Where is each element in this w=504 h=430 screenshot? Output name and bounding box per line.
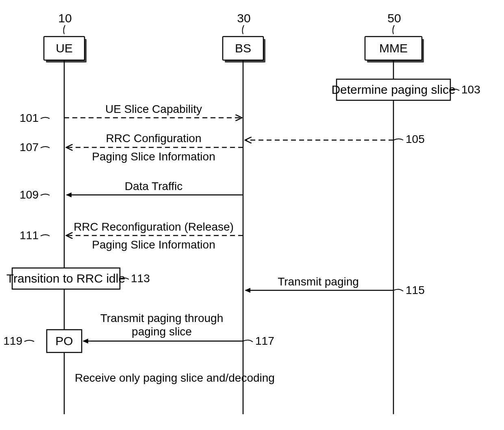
msg-109-text: Data Traffic <box>125 180 183 192</box>
msg-107-ref: 107 <box>20 141 39 153</box>
step-103-text: Determine paging slice <box>331 83 455 96</box>
msg-115: Transmit paging 115 <box>245 275 425 296</box>
msg-107-line2: Paging Slice Information <box>92 150 215 163</box>
step-113-ref: 113 <box>131 272 150 285</box>
sequence-diagram: 10 UE 30 BS 50 MME Determine paging slic… <box>0 0 504 430</box>
step-119-box: PO 119 <box>3 330 82 352</box>
msg-111: RRC Reconfiguration (Release) Paging Sli… <box>20 220 243 251</box>
step-119-ref: 119 <box>3 335 22 347</box>
msg-115-text: Transmit paging <box>278 275 359 288</box>
msg-101-text: UE Slice Capability <box>105 103 202 115</box>
msg-107: RRC Configuration Paging Slice Informati… <box>20 132 243 163</box>
participant-mme: 50 MME <box>365 11 424 414</box>
msg-105: 105 <box>245 133 425 145</box>
msg-105-ref: 105 <box>406 133 425 145</box>
msg-115-ref: 115 <box>406 284 425 296</box>
bs-ref: 30 <box>237 11 250 25</box>
mme-label: MME <box>379 41 408 55</box>
msg-117-ref: 117 <box>255 335 274 347</box>
msg-101: UE Slice Capability 101 <box>20 103 241 124</box>
ue-ref: 10 <box>58 11 72 25</box>
participant-ue: 10 UE <box>44 11 87 414</box>
msg-117-line2: paging slice <box>132 325 192 338</box>
msg-117: Transmit paging through paging slice 117 <box>83 312 274 347</box>
step-113-text: Transition to RRC idle <box>7 272 125 285</box>
mme-ref: 50 <box>387 11 401 25</box>
step-119-text: PO <box>55 334 73 348</box>
step-103-ref: 103 <box>461 83 480 96</box>
step-113-box: Transition to RRC idle 113 <box>7 268 150 289</box>
ue-label: UE <box>56 41 73 55</box>
participant-bs: 30 BS <box>223 11 265 414</box>
msg-109: Data Traffic 109 <box>20 180 243 201</box>
step-103-box: Determine paging slice 103 <box>331 79 480 100</box>
msg-109-ref: 109 <box>20 188 39 201</box>
msg-111-ref: 111 <box>20 229 39 242</box>
msg-101-ref: 101 <box>20 112 39 124</box>
msg-117-line1: Transmit paging through <box>100 312 223 324</box>
msg-107-line1: RRC Configuration <box>106 132 202 145</box>
msg-111-line1: RRC Reconfiguration (Release) <box>74 220 234 233</box>
bs-label: BS <box>235 41 251 55</box>
msg-111-line2: Paging Slice Information <box>92 238 215 251</box>
footer-text: Receive only paging slice and/decoding <box>75 372 275 384</box>
